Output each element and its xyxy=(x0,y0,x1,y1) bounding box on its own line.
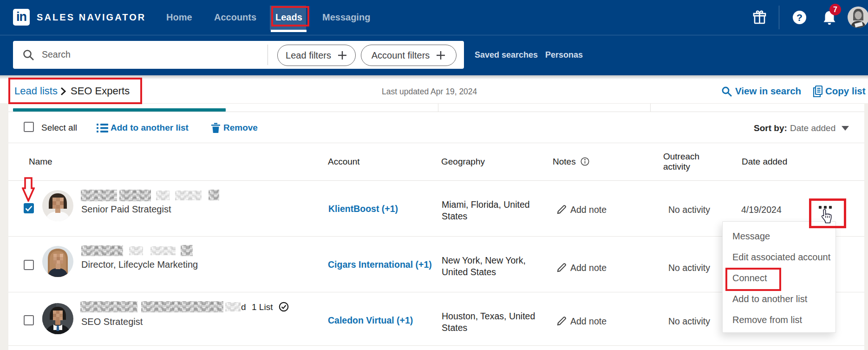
tab-separator xyxy=(650,104,651,112)
lead-avatar[interactable] xyxy=(42,303,73,334)
in-list-check-icon xyxy=(279,302,289,314)
table-header-separator xyxy=(8,180,864,181)
search-icon xyxy=(22,49,35,63)
sort-by-value[interactable]: Date added xyxy=(790,123,835,133)
add-note-pencil-icon xyxy=(556,262,567,275)
lead-avatar[interactable] xyxy=(42,246,73,277)
lists-badge: 1 List xyxy=(252,302,273,312)
menu-item-add-to-another-list[interactable]: Add to another list xyxy=(723,289,835,310)
column-header-date-added[interactable]: Date added xyxy=(742,157,787,167)
row-checkbox[interactable] xyxy=(24,260,34,270)
redacted-name xyxy=(141,301,223,312)
column-header-notes[interactable]: Notes xyxy=(553,157,576,167)
personas-link[interactable]: Personas xyxy=(545,50,583,60)
copy-list-link[interactable]: Copy list xyxy=(825,86,866,97)
lead-account-link[interactable]: Caledon Virtual (+1) xyxy=(328,315,413,326)
checkmark-icon xyxy=(24,203,34,213)
add-note-pencil-icon xyxy=(556,204,567,217)
add-note-link[interactable]: Add note xyxy=(570,205,607,215)
remove-button[interactable]: Remove xyxy=(223,123,258,133)
gift-icon[interactable] xyxy=(752,10,767,26)
active-tab-indicator xyxy=(13,108,226,112)
lead-account-link[interactable]: KlientBoost (+1) xyxy=(328,204,398,214)
row-separator xyxy=(8,345,864,346)
last-updated-text: Last updated Apr 19, 2024 xyxy=(382,87,477,97)
notification-count-badge: 7 xyxy=(829,4,841,15)
select-all-label: Select all xyxy=(41,123,77,133)
lead-geography: Houston, Texas, United States xyxy=(442,310,543,333)
lead-filters-label: Lead filters xyxy=(286,50,331,61)
sort-by-label: Sort by: xyxy=(754,123,787,133)
view-in-search-link[interactable]: View in search xyxy=(735,86,801,97)
toolbar-separator xyxy=(8,143,864,143)
help-icon[interactable]: ? xyxy=(793,11,806,24)
name-visible-fragment: d xyxy=(241,302,246,312)
select-all-checkbox[interactable] xyxy=(24,122,34,132)
tab-separator xyxy=(438,104,438,112)
hand-cursor-icon xyxy=(820,209,833,225)
sort-caret-icon[interactable] xyxy=(842,126,849,131)
account-filters-label: Account filters xyxy=(372,50,430,61)
saved-searches-link[interactable]: Saved searches xyxy=(475,50,538,60)
lead-title: Director, Lifecycle Marketing xyxy=(81,259,198,270)
nav-icons-divider xyxy=(779,6,779,29)
add-to-another-list-button[interactable]: Add to another list xyxy=(111,123,189,133)
redacted-degree xyxy=(175,191,202,200)
copy-list-icon xyxy=(812,85,823,99)
nav-item-messaging[interactable]: Messaging xyxy=(322,12,370,23)
outreach-activity-value: No activity xyxy=(668,263,710,273)
nav-item-home[interactable]: Home xyxy=(166,12,192,23)
redacted-name xyxy=(81,190,117,201)
outreach-activity-value: No activity xyxy=(668,205,710,215)
annotation-box-leads xyxy=(271,6,309,26)
column-header-outreach-activity[interactable]: Outreach activity xyxy=(663,152,714,172)
annotation-box-connect xyxy=(725,268,781,291)
nav-row-divider xyxy=(0,35,868,35)
redacted-badge-icon xyxy=(181,245,193,256)
lead-geography: Miami, Florida, United States xyxy=(442,199,543,222)
column-header-account[interactable]: Account xyxy=(328,157,360,167)
linkedin-logo[interactable]: in xyxy=(13,9,30,26)
redacted-degree xyxy=(156,191,170,200)
add-note-pencil-icon xyxy=(556,316,567,328)
sales-navigator-lead-list-page: in SALES NAVIGATOR Home Accounts Leads M… xyxy=(0,0,868,350)
row-checkbox[interactable] xyxy=(24,315,34,325)
plus-icon xyxy=(337,50,347,60)
brand-title: SALES NAVIGATOR xyxy=(37,12,146,23)
lead-geography: New York, New York, United States xyxy=(442,255,543,277)
redacted-name xyxy=(119,190,151,201)
view-in-search-icon xyxy=(721,86,732,99)
menu-item-message[interactable]: Message xyxy=(723,226,835,247)
redacted-degree xyxy=(150,246,176,255)
user-avatar[interactable] xyxy=(848,7,868,28)
column-header-geography[interactable]: Geography xyxy=(441,157,485,167)
nav-item-accounts[interactable]: Accounts xyxy=(214,12,256,23)
menu-item-remove-from-list[interactable]: Remove from list xyxy=(723,310,835,330)
remove-trash-icon xyxy=(210,122,221,135)
leads-active-underline xyxy=(271,30,307,32)
lead-account-link[interactable]: Cigars International (+1) xyxy=(328,259,432,270)
add-note-link[interactable]: Add note xyxy=(570,263,607,273)
column-header-name[interactable]: Name xyxy=(29,157,52,167)
lead-title: Senior Paid Strategist xyxy=(81,204,171,215)
lead-filters-button[interactable]: Lead filters xyxy=(277,45,356,66)
account-filters-button[interactable]: Account filters xyxy=(361,45,457,66)
search-filter-divider xyxy=(268,45,268,65)
lead-title: SEO Strategist xyxy=(81,317,143,327)
redacted-name xyxy=(80,301,137,312)
annotation-arrow-checkbox xyxy=(22,177,35,204)
redacted-badge-icon xyxy=(209,190,219,200)
annotation-box-breadcrumb xyxy=(8,78,142,104)
search-placeholder: Search xyxy=(42,49,71,60)
menu-item-edit-associated-account[interactable]: Edit associated account xyxy=(723,247,835,268)
outreach-activity-value: No activity xyxy=(668,316,710,327)
plus-icon xyxy=(436,50,446,60)
redacted-name xyxy=(81,245,123,256)
redacted-degree xyxy=(129,246,143,255)
notes-info-icon[interactable] xyxy=(581,157,589,168)
add-note-link[interactable]: Add note xyxy=(570,316,607,327)
row-checkbox-checked[interactable] xyxy=(24,203,34,213)
date-added-value: 4/19/2024 xyxy=(741,205,782,215)
redacted-degree xyxy=(225,302,241,311)
lead-avatar[interactable] xyxy=(42,190,73,221)
